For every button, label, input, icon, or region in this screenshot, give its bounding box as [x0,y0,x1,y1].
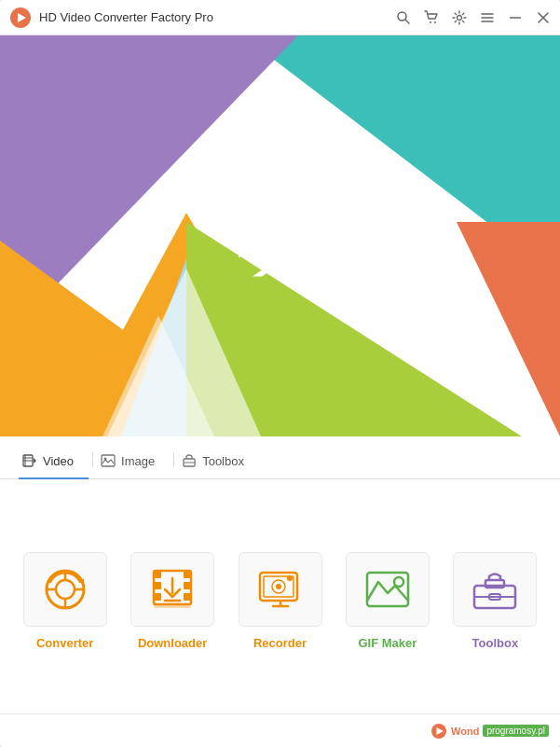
tab-image[interactable]: Image [97,448,170,479]
svg-rect-48 [154,604,191,608]
svg-rect-41 [154,582,161,589]
svg-rect-28 [102,455,115,466]
app-title: HD Video Converter Factory Pro [39,10,396,24]
footer-brand: Wond programosy.pl [430,723,549,740]
svg-rect-59 [485,580,504,588]
svg-rect-42 [154,593,161,601]
content-area: Video Image [0,436,560,713]
tab-video[interactable]: Video [19,448,89,479]
toolbox-icon-box [453,552,537,627]
cart-icon[interactable] [424,10,439,25]
converter-icon-box [23,552,107,627]
toolbox-tab-icon [182,453,197,468]
tab-video-label: Video [43,454,74,468]
svg-line-3 [405,20,409,23]
downloader-icon-box [130,552,214,627]
gif-maker-label: GIF Maker [358,636,417,650]
tabs-bar: Video Image [0,436,560,479]
svg-rect-45 [184,593,191,601]
tab-toolbox-label: Toolbox [202,454,244,468]
menu-icon[interactable] [480,10,495,25]
tool-downloader[interactable]: Downloader [126,552,218,650]
tab-divider-2 [173,452,174,467]
svg-point-57 [394,577,403,587]
svg-point-54 [276,584,281,589]
app-logo [9,7,32,29]
tool-gif-maker[interactable]: GIF Maker [341,552,433,650]
footer-bar: Wond programosy.pl [0,713,560,747]
svg-rect-44 [184,582,191,589]
tool-recorder[interactable]: Recorder [234,552,326,650]
hero-banner [0,35,560,436]
footer-brand-text: Wond [451,726,479,737]
title-bar: HD Video Converter Factory Pro [0,0,560,35]
svg-point-33 [56,580,75,599]
main-window: HD Video Converter Factory Pro [0,0,560,747]
toolbox-label: Toolbox [472,636,519,650]
svg-point-55 [287,575,293,581]
search-icon[interactable] [396,10,411,25]
gif-maker-icon-box [346,552,430,627]
svg-point-4 [430,21,431,23]
footer-site-text: programosy.pl [483,725,549,737]
svg-rect-43 [184,571,191,578]
tab-toolbox[interactable]: Toolbox [178,448,259,479]
app-hero-logo [220,170,341,291]
svg-rect-40 [154,571,161,578]
image-tab-icon [101,453,116,468]
svg-point-5 [434,21,436,23]
recorder-label: Recorder [253,636,307,650]
close-button[interactable] [536,10,551,25]
settings-icon[interactable] [452,10,467,25]
recorder-icon-box [239,552,322,627]
tool-toolbox[interactable]: Toolbox [449,552,541,650]
video-tab-icon [22,453,37,468]
tool-converter[interactable]: Converter [19,552,111,650]
svg-marker-27 [34,458,36,463]
tab-divider-1 [92,452,93,467]
minimize-button[interactable] [508,10,523,25]
downloader-label: Downloader [138,636,207,650]
tab-image-label: Image [121,454,155,468]
titlebar-controls [396,10,551,25]
svg-point-6 [458,15,462,20]
tools-grid: Converter [0,479,560,713]
converter-label: Converter [36,636,93,650]
